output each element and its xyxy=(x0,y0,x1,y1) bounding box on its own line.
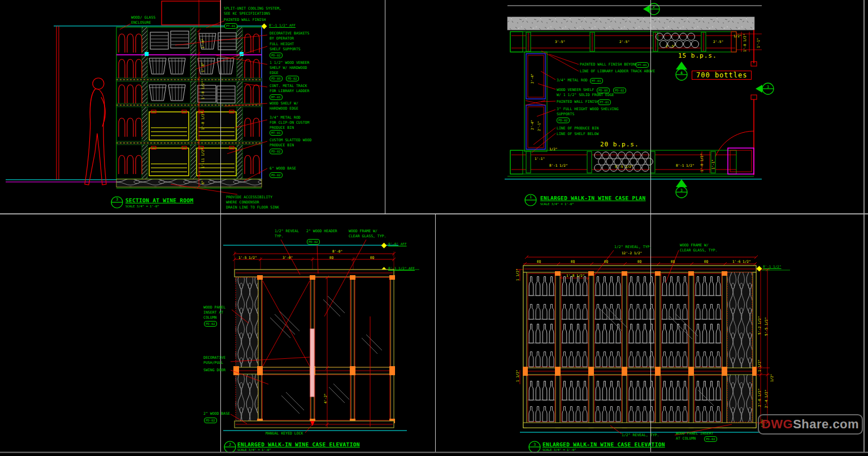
finish-tag: PD-02 xyxy=(704,436,717,442)
dim: EQ xyxy=(637,259,641,263)
watermark-share: Share.com xyxy=(793,417,859,432)
dim: EQ xyxy=(604,259,608,263)
note-reveal: 1/2" REVEAL, TYP. xyxy=(614,245,652,250)
dim: 1 1/2" xyxy=(515,268,519,281)
dim: EQ xyxy=(704,259,708,263)
dim: 1'-8 1/2" xyxy=(566,273,585,277)
view-scale: SCALE 3/4" = 1'-0" xyxy=(542,448,576,451)
note-frame: WOOD FRAME W/ CLEAR GLASS, TYP. xyxy=(680,243,718,253)
dim: 1'-6 1/2" xyxy=(732,259,751,263)
dim: 2'-6 1/2" xyxy=(757,388,761,407)
note-reveal-bottom: 1/2" REVEAL, TYP. xyxy=(622,433,659,438)
dim: 5'-5 1/2" xyxy=(764,317,768,336)
watermark: DWGShare.com xyxy=(758,414,863,435)
elevation3-viewport: 1/2" REVEAL, TYP. WOOD FRAME W/ CLEAR GL… xyxy=(0,0,868,456)
dim: EQ xyxy=(571,259,575,263)
watermark-dwg: DWG xyxy=(762,417,793,432)
aff-marker-label: 8'-1 1/2" xyxy=(763,264,782,268)
dim: 12'-2 1/2" xyxy=(622,251,642,255)
dim: 1/2" xyxy=(770,374,774,382)
dim: EQ xyxy=(671,259,675,263)
dim: 1 1/2" xyxy=(757,359,761,372)
view-title: ENLARGED WALK-IN WINE CASE ELEVATION xyxy=(542,441,665,448)
dim: 5'-2 1/2" xyxy=(757,316,761,335)
dim: EQ xyxy=(537,259,541,263)
title-bubble-number: 3 xyxy=(529,442,540,447)
dim: 1 1/2" xyxy=(515,370,519,382)
dim: 2'-4 1/2" xyxy=(764,389,768,408)
cad-sheet: WOOD/ GLASS ENCLOSURE SPLIT-UNIT COOLING… xyxy=(0,0,868,456)
